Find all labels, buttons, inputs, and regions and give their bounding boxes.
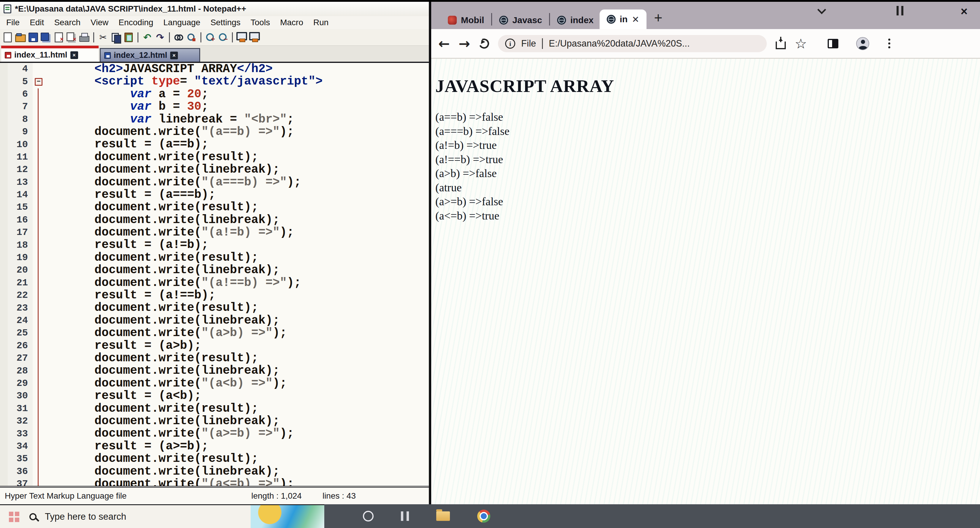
tab-close-icon[interactable]: × bbox=[70, 51, 78, 59]
menu-settings[interactable]: Settings bbox=[205, 18, 246, 27]
code-line[interactable]: 17document.write("(a!=b) =>"); bbox=[0, 226, 429, 239]
record-macro-icon[interactable] bbox=[236, 32, 247, 43]
code-line[interactable]: 36document.write(linebreak); bbox=[0, 465, 429, 478]
code-line[interactable]: 27document.write(result); bbox=[0, 352, 429, 365]
code-line[interactable]: 12document.write(linebreak); bbox=[0, 163, 429, 176]
code-line[interactable]: 18result = (a!=b); bbox=[0, 239, 429, 251]
close-all-icon[interactable] bbox=[66, 32, 77, 43]
new-tab-button[interactable]: + bbox=[654, 11, 663, 25]
code-line[interactable]: 34result = (a>=b); bbox=[0, 440, 429, 453]
browser-tab-Mobil[interactable]: Mobil bbox=[442, 11, 490, 29]
replace-icon[interactable] bbox=[186, 32, 197, 43]
code-text: var linebreak = "<br>"; bbox=[45, 113, 294, 126]
zoom-in-icon[interactable] bbox=[205, 32, 216, 43]
code-line[interactable]: 25document.write("(a>b) =>"); bbox=[0, 327, 429, 339]
reload-button[interactable] bbox=[477, 37, 491, 50]
code-line[interactable]: 29document.write("(a<b) =>"); bbox=[0, 377, 429, 390]
minimize-button[interactable] bbox=[817, 5, 826, 14]
print-icon[interactable] bbox=[79, 32, 90, 43]
code-line[interactable]: 32document.write(linebreak); bbox=[0, 415, 429, 427]
window-title: *E:\Upasana data\JAVA SCRIPT\index_11.ht… bbox=[15, 4, 246, 14]
save-icon[interactable] bbox=[28, 32, 38, 43]
file-explorer-icon[interactable] bbox=[436, 511, 450, 521]
menu-encoding[interactable]: Encoding bbox=[113, 18, 158, 27]
fold-marker[interactable]: − bbox=[35, 78, 43, 86]
code-line[interactable]: 30result = (a<b); bbox=[0, 390, 429, 402]
code-line[interactable]: 10result = (a==b); bbox=[0, 138, 429, 151]
browser-tab-in[interactable]: in✕ bbox=[600, 10, 646, 29]
browser-menu-icon[interactable] bbox=[888, 38, 890, 41]
address-bar[interactable]: i File E:/Upasana%20data/JAVA%20S... bbox=[498, 35, 767, 52]
code-editor[interactable]: 4<h2>JAVASCRIPT ARRAY</h2>5−<script type… bbox=[0, 62, 429, 486]
profile-avatar[interactable] bbox=[856, 37, 869, 50]
code-line[interactable]: 8var linebreak = "<br>"; bbox=[0, 113, 429, 126]
code-line[interactable]: 14result = (a===b); bbox=[0, 189, 429, 201]
code-line[interactable]: 26result = (a>b); bbox=[0, 339, 429, 352]
editor-tab-index_12.html[interactable]: index_12.html× bbox=[100, 48, 200, 62]
code-line[interactable]: 19document.write(result); bbox=[0, 252, 429, 264]
code-line[interactable]: 24document.write(linebreak); bbox=[0, 314, 429, 327]
playback-macro-icon[interactable] bbox=[249, 32, 260, 43]
code-line[interactable]: 23document.write(result); bbox=[0, 302, 429, 314]
browser-tab-index[interactable]: index bbox=[551, 11, 599, 29]
menu-run[interactable]: Run bbox=[308, 18, 334, 27]
code-line[interactable]: 35document.write(result); bbox=[0, 453, 429, 465]
editor-tab-index_11.html[interactable]: index_11.html× bbox=[1, 46, 99, 62]
code-text: document.write(result); bbox=[45, 352, 258, 365]
start-button-icon[interactable] bbox=[9, 512, 13, 516]
undo-icon[interactable] bbox=[142, 32, 153, 43]
back-button[interactable]: ← bbox=[438, 36, 450, 52]
close-button[interactable]: × bbox=[961, 6, 967, 17]
code-line[interactable]: 5−<script type= "text/javascript"> bbox=[0, 75, 429, 88]
zoom-out-icon[interactable] bbox=[218, 32, 228, 43]
paste-icon[interactable] bbox=[123, 32, 134, 43]
code-line[interactable]: 4<h2>JAVASCRIPT ARRAY</h2> bbox=[0, 63, 429, 75]
menu-edit[interactable]: Edit bbox=[25, 18, 49, 27]
save-all-icon[interactable] bbox=[41, 32, 51, 43]
menu-file[interactable]: File bbox=[1, 18, 25, 27]
news-widget-icon[interactable] bbox=[251, 505, 324, 528]
menu-search[interactable]: Search bbox=[49, 18, 86, 27]
share-icon[interactable] bbox=[776, 41, 786, 49]
code-line[interactable]: 11document.write(result); bbox=[0, 151, 429, 163]
code-line[interactable]: 28document.write(linebreak); bbox=[0, 365, 429, 377]
menu-tools[interactable]: Tools bbox=[246, 18, 275, 27]
copy-icon[interactable] bbox=[110, 32, 121, 43]
redo-icon[interactable] bbox=[155, 32, 165, 43]
new-file-icon[interactable] bbox=[2, 32, 13, 43]
browser-toolbar: ← → i File E:/Upasana%20data/JAVA%20S...… bbox=[431, 29, 980, 59]
code-line[interactable]: 6var a = 20; bbox=[0, 88, 429, 101]
menu-view[interactable]: View bbox=[86, 18, 113, 27]
maximize-button[interactable] bbox=[897, 6, 904, 16]
tab-close-icon[interactable]: × bbox=[170, 52, 178, 59]
find-icon[interactable] bbox=[173, 32, 184, 43]
code-line[interactable]: 21document.write("(a!==b) =>"); bbox=[0, 277, 429, 289]
open-file-icon[interactable] bbox=[15, 32, 26, 43]
code-line[interactable]: 9document.write("(a==b) =>"); bbox=[0, 126, 429, 138]
code-line[interactable]: 20document.write(linebreak); bbox=[0, 264, 429, 276]
code-line[interactable]: 15document.write(result); bbox=[0, 201, 429, 214]
close-icon[interactable] bbox=[54, 32, 64, 43]
menu-macro[interactable]: Macro bbox=[275, 18, 308, 27]
code-line[interactable]: 31document.write(result); bbox=[0, 403, 429, 415]
browser-tab-Javasc[interactable]: Javasc bbox=[493, 11, 548, 29]
side-panel-icon[interactable] bbox=[828, 39, 838, 48]
tab-close-icon[interactable]: ✕ bbox=[632, 14, 639, 25]
chrome-taskbar-icon[interactable] bbox=[477, 510, 490, 523]
code-line[interactable]: 22result = (a!==b); bbox=[0, 289, 429, 302]
menu-language[interactable]: Language bbox=[158, 18, 205, 27]
code-line[interactable]: 33document.write("(a>=b) =>"); bbox=[0, 427, 429, 440]
address-url[interactable]: E:/Upasana%20data/JAVA%20S... bbox=[549, 38, 690, 49]
bookmark-star-icon[interactable]: ☆ bbox=[795, 37, 807, 51]
forward-button[interactable]: → bbox=[459, 36, 470, 52]
code-line[interactable]: 7var b = 30; bbox=[0, 101, 429, 113]
browser-tab-label: Mobil bbox=[461, 15, 484, 25]
code-line[interactable]: 13document.write("(a===b) =>"); bbox=[0, 176, 429, 189]
code-line[interactable]: 37document.write("(a<=b) =>"); bbox=[0, 478, 429, 486]
code-line[interactable]: 16document.write(linebreak); bbox=[0, 214, 429, 226]
taskbar-search-input[interactable]: Type here to search bbox=[45, 511, 126, 522]
cortana-icon[interactable] bbox=[363, 511, 374, 522]
cut-icon[interactable] bbox=[98, 32, 108, 43]
task-view-icon[interactable] bbox=[401, 511, 409, 521]
page-info-icon[interactable]: i bbox=[505, 38, 515, 49]
